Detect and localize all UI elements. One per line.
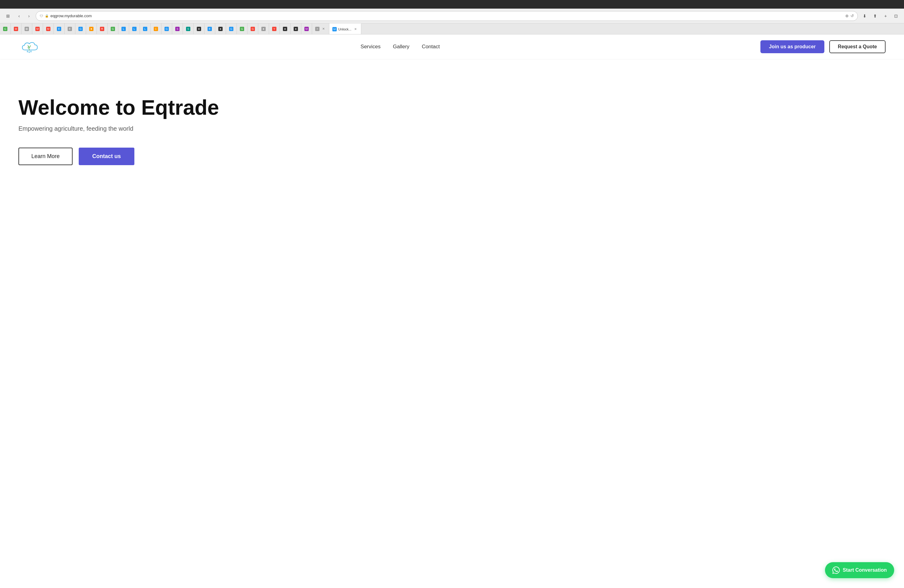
contact-us-button[interactable]: Contact us	[79, 148, 134, 165]
nav-gallery-link[interactable]: Gallery	[393, 44, 409, 50]
tab-favicon: Y	[272, 27, 277, 31]
tab-favicon: E	[207, 27, 212, 31]
tab-close-active-button[interactable]: ✕	[353, 27, 358, 32]
address-bar-container[interactable]: 🛡 🔒 ⊕ ↺	[36, 11, 858, 21]
tab-favicon: G	[3, 27, 7, 31]
tab-item[interactable]: E	[65, 24, 75, 35]
lock-icon: 🔒	[45, 14, 49, 17]
logo[interactable]	[19, 38, 40, 56]
tab-item[interactable]: G	[226, 24, 237, 35]
tab-item[interactable]: S	[183, 24, 194, 35]
tab-item[interactable]: × ✕	[312, 24, 329, 35]
browser-top-bar	[0, 0, 904, 9]
share-button[interactable]: ⬆	[871, 12, 879, 20]
new-tab-button[interactable]: +	[881, 12, 890, 20]
tab-item[interactable]: ●	[194, 24, 204, 35]
tab-favicon: E	[68, 27, 72, 31]
tab-favicon: S	[186, 27, 190, 31]
tab-favicon: ●	[218, 27, 223, 31]
reload-icon[interactable]: ↺	[850, 14, 854, 18]
tab-favicon: L	[143, 27, 147, 31]
hero-title: Welcome to Eqtrade	[19, 96, 258, 119]
join-producer-button[interactable]: Join us as producer	[760, 40, 824, 53]
tabs-bar: G M ⊠ M M E E G ★ R G L L L C G S	[0, 24, 904, 35]
tab-item[interactable]: Y	[269, 24, 280, 35]
tab-favicon: G	[229, 27, 233, 31]
tab-item[interactable]: ●	[215, 24, 226, 35]
tab-favicon: G	[251, 27, 255, 31]
tab-item[interactable]: R	[97, 24, 107, 35]
tab-item[interactable]: M	[32, 24, 43, 35]
toolbar-icons: ⬇ ⬆ + ⊡	[860, 12, 900, 20]
learn-more-button[interactable]: Learn More	[19, 148, 73, 165]
forward-button[interactable]: ›	[25, 12, 33, 20]
tab-favicon: ×	[315, 27, 319, 31]
tab-favicon: ●	[294, 27, 298, 31]
svg-point-3	[30, 51, 32, 52]
tab-favicon: L	[132, 27, 136, 31]
svg-point-1	[27, 51, 28, 52]
tab-favicon: ●	[197, 27, 201, 31]
tab-favicon: G	[164, 27, 169, 31]
request-quote-button[interactable]: Request a Quote	[829, 40, 885, 53]
tab-item[interactable]: L	[140, 24, 151, 35]
tab-item[interactable]: E	[54, 24, 65, 35]
nav-action-buttons: Join us as producer Request a Quote	[760, 40, 885, 53]
tab-item[interactable]: ●	[280, 24, 291, 35]
hero-subtitle: Empowering agriculture, feeding the worl…	[19, 125, 258, 132]
tab-favicon: M	[304, 27, 309, 31]
tab-item[interactable]: S	[172, 24, 183, 35]
tab-item[interactable]: G	[75, 24, 86, 35]
tab-item[interactable]: ★	[86, 24, 97, 35]
tab-favicon: G	[240, 27, 244, 31]
tab-favicon: ⊠	[25, 27, 29, 31]
tab-item[interactable]: C	[151, 24, 161, 35]
downloads-button[interactable]: ⬇	[860, 12, 869, 20]
nav-buttons: ‹ ›	[15, 12, 33, 20]
tab-favicon: E	[57, 27, 61, 31]
navigation: Services Gallery Contact Join us as prod…	[0, 35, 904, 59]
hero-section: Welcome to Eqtrade Empowering agricultur…	[0, 59, 277, 190]
start-conversation-button[interactable]: Start Conversation	[825, 562, 894, 578]
address-bar[interactable]	[51, 14, 844, 18]
logo-svg	[19, 38, 40, 56]
tab-favicon-active: M	[332, 27, 337, 32]
tab-favicon: G	[111, 27, 115, 31]
sidebar-toggle-button[interactable]: ⊞	[4, 12, 12, 20]
tab-favicon: M	[46, 27, 51, 31]
tab-close-button[interactable]: ✕	[321, 27, 326, 32]
browser-toolbar: ⊞ ‹ › 🛡 🔒 ⊕ ↺ ⬇ ⬆ + ⊡	[0, 9, 904, 24]
tab-item[interactable]: ●	[291, 24, 301, 35]
hero-buttons: Learn More Contact us	[19, 148, 258, 165]
tab-item[interactable]: ⊠	[22, 24, 32, 35]
tab-item[interactable]: G	[237, 24, 248, 35]
tab-item[interactable]: E	[204, 24, 215, 35]
security-icon: 🛡	[40, 14, 43, 18]
tab-item[interactable]: M	[43, 24, 54, 35]
tab-item[interactable]: L	[119, 24, 129, 35]
tab-item[interactable]: L	[129, 24, 140, 35]
tab-favicon: ★	[89, 27, 93, 31]
tab-favicon: M	[14, 27, 18, 31]
nav-services-link[interactable]: Services	[361, 44, 381, 50]
start-conversation-label: Start Conversation	[843, 567, 887, 573]
tab-overview-button[interactable]: ⊡	[892, 12, 900, 20]
tab-item[interactable]: M	[301, 24, 312, 35]
tab-item[interactable]: G	[107, 24, 119, 35]
tab-favicon: S	[175, 27, 180, 31]
back-button[interactable]: ‹	[15, 12, 24, 20]
tab-item[interactable]: M	[11, 24, 22, 35]
website-content: Services Gallery Contact Join us as prod…	[0, 35, 904, 588]
tab-favicon: M	[35, 27, 40, 31]
tab-favicon: C	[154, 27, 158, 31]
tab-favicon: ●	[283, 27, 287, 31]
tab-item[interactable]: G	[161, 24, 172, 35]
tab-favicon: L	[122, 27, 126, 31]
tab-item-active[interactable]: M Unlock... ✕	[329, 24, 361, 35]
tab-item[interactable]: ●	[258, 24, 269, 35]
nav-links: Services Gallery Contact	[361, 44, 440, 50]
tab-item[interactable]: G	[0, 24, 11, 35]
tab-item[interactable]: G	[248, 24, 258, 35]
tab-favicon: ●	[261, 27, 266, 31]
nav-contact-link[interactable]: Contact	[422, 44, 440, 50]
